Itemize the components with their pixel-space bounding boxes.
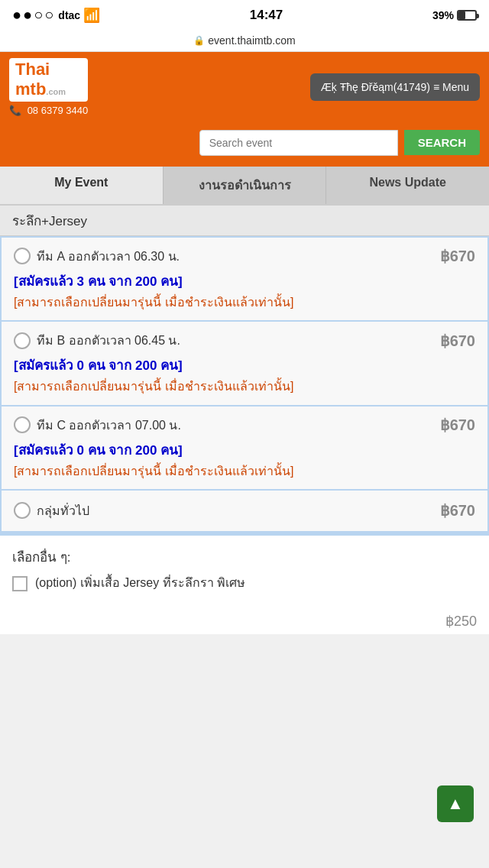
user-menu[interactable]: Æķ Ŧħę Đřěąm(41749) ≡ Menu [310,73,480,101]
team-b-can-change: [สามารถเลือกเปลี่ยนมารุ่นนี้ เมื่อชำระเง… [14,378,475,395]
team-c-price: ฿670 [440,416,475,434]
tab-pending[interactable]: งานรอดำเนินการ [164,167,327,204]
page-title-strip: ระลึก+Jersey [0,206,489,236]
logo-com: .com [46,87,66,96]
tab-my-event[interactable]: My Event [0,167,164,204]
option-1-text: (option) เพิ่มเสื้อ Jersey ที่ระลึกรา พิ… [35,575,245,591]
team-c-can-change: [สามารถเลือกเปลี่ยนมารุ่นนี้ เมื่อชำระเง… [14,463,475,480]
team-b-label-area: ทีม B ออกตัวเวลา 06.45 น. [14,331,180,350]
phone-text: 08 6379 3440 [28,105,89,116]
tabs-container: My Event งานรอดำเนินการ News Update [0,167,489,206]
main-content: ทีม A ออกตัวเวลา 06.30 น. ฿670 [สมัครแล้… [0,236,489,534]
status-right: 39% [432,9,477,21]
team-c-label-area: ทีม C ออกตัวเวลา 07.00 น. [14,416,181,435]
team-c-option: ทีม C ออกตัวเวลา 07.00 น. ฿670 [สมัครแล้… [2,406,487,491]
option-1-checkbox[interactable] [12,576,28,591]
team-b-price: ฿670 [440,332,475,350]
signal-dots: ●●○○ [12,6,55,24]
team-c-radio[interactable] [14,416,31,433]
battery-fill [458,11,465,19]
team-b-radio[interactable] [14,332,31,349]
search-input[interactable] [199,130,398,156]
phone-number: 📞 08 6379 3440 [9,105,88,116]
team-b-time: ทีม B ออกตัวเวลา 06.45 น. [37,331,180,350]
team-a-registered: [สมัครแล้ว 3 คน จาก 200 คน] [14,270,475,291]
wifi-icon: 📶 [83,7,100,24]
bottom-price-hint: ฿250 [0,608,489,634]
team-a-time: ทีม A ออกตัวเวลา 06.30 น. [37,247,180,266]
general-label: กลุ่มทั่วไป [37,501,89,520]
team-c-registered: [สมัครแล้ว 0 คน จาก 200 คน] [14,439,475,460]
status-left: ●●○○ dtac 📶 [12,6,100,24]
team-b-header: ทีม B ออกตัวเวลา 06.45 น. ฿670 [14,331,475,350]
general-group-option: กลุ่มทั่วไป ฿670 [2,491,487,533]
site-header: Thai mtb.com 📞 08 6379 3440 Æķ Ŧħę Đřěąm… [0,52,489,122]
url-text: event.thaimtb.com [208,34,295,47]
bottom-price-value: ฿250 [445,614,477,629]
time-display: 14:47 [250,8,283,23]
battery-icon [457,10,477,21]
status-bar: ●●○○ dtac 📶 14:47 39% [0,0,489,30]
lock-icon: 🔒 [193,35,205,46]
tab-news-update[interactable]: News Update [326,167,489,204]
phone-icon: 📞 [9,105,21,116]
logo-mtb: mtb.com [15,79,66,99]
team-a-header: ทีม A ออกตัวเวลา 06.30 น. ฿670 [14,247,475,266]
logo-text: Thai mtb.com [9,58,88,102]
option-row-1: (option) เพิ่มเสื้อ Jersey ที่ระลึกรา พิ… [12,575,477,591]
team-a-label-area: ทีม A ออกตัวเวลา 06.30 น. [14,247,180,266]
carrier-label: dtac [58,9,80,21]
logo-thai: Thai [15,60,50,79]
team-a-can-change: [สามารถเลือกเปลี่ยนมารุ่นนี้ เมื่อชำระเง… [14,294,475,311]
team-b-registered: [สมัครแล้ว 0 คน จาก 200 คน] [14,355,475,375]
team-a-price: ฿670 [440,247,475,265]
logo-area: Thai mtb.com 📞 08 6379 3440 [9,58,88,116]
general-label-area: กลุ่มทั่วไป [14,501,89,520]
search-button[interactable]: SEARCH [404,130,480,155]
team-a-option: ทีม A ออกตัวเวลา 06.30 น. ฿670 [สมัครแล้… [2,238,487,322]
other-options-section: เลือกอื่น ๆ: (option) เพิ่มเสื้อ Jersey … [0,534,489,608]
search-bar: SEARCH [0,122,489,167]
team-c-header: ทีม C ออกตัวเวลา 07.00 น. ฿670 [14,416,475,435]
other-options-title: เลือกอื่น ๆ: [12,546,477,567]
general-radio[interactable] [14,502,31,519]
battery-label: 39% [432,9,454,21]
team-a-radio[interactable] [14,248,31,264]
team-b-option: ทีม B ออกตัวเวลา 06.45 น. ฿670 [สมัครแล้… [2,322,487,406]
team-c-time: ทีม C ออกตัวเวลา 07.00 น. [37,416,181,435]
general-price: ฿670 [440,501,475,520]
url-bar: 🔒 event.thaimtb.com [0,30,489,52]
